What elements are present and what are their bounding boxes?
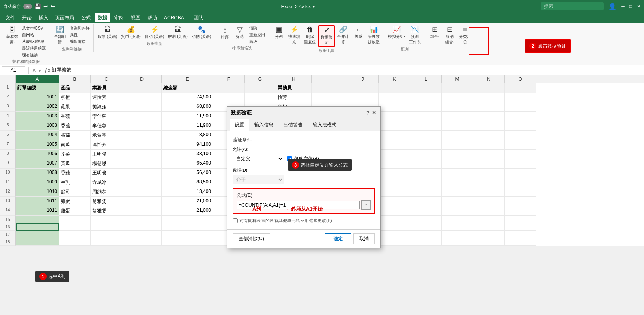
cell-e16[interactable] bbox=[162, 223, 213, 231]
cell-c18[interactable] bbox=[91, 238, 122, 246]
dialog-data-select[interactable]: 介于 bbox=[233, 175, 284, 184]
col-header-a[interactable]: A bbox=[16, 75, 59, 83]
cell-d5[interactable] bbox=[122, 121, 162, 131]
cell-d7[interactable] bbox=[122, 140, 162, 150]
cell-m17[interactable] bbox=[442, 231, 473, 238]
cell-l8[interactable] bbox=[410, 150, 442, 159]
ribbon-btn-edit-links[interactable]: 编辑链接 bbox=[68, 39, 91, 45]
cell-o7[interactable] bbox=[505, 140, 536, 150]
dialog-help-icon[interactable]: ? bbox=[366, 110, 370, 116]
cell-k9[interactable] bbox=[379, 159, 410, 169]
cell-l11[interactable] bbox=[410, 178, 442, 187]
col-header-o[interactable]: O bbox=[505, 75, 536, 83]
cell-o14[interactable] bbox=[505, 206, 536, 216]
cell-m1[interactable] bbox=[442, 83, 473, 93]
cell-l18[interactable] bbox=[410, 238, 442, 246]
cell-n11[interactable] bbox=[473, 178, 505, 187]
cell-f1[interactable] bbox=[213, 83, 245, 93]
cell-a9[interactable]: 1007 bbox=[16, 159, 59, 169]
ribbon-btn-currency[interactable]: 💰货币 (英语) bbox=[119, 25, 142, 40]
cell-e10[interactable]: 56,400 bbox=[162, 169, 213, 178]
cell-c17[interactable] bbox=[91, 231, 122, 238]
cell-b4[interactable]: 香蕉 bbox=[59, 112, 91, 121]
formula-input[interactable] bbox=[52, 67, 642, 73]
cell-n12[interactable] bbox=[473, 187, 505, 197]
close-icon[interactable]: ✕ bbox=[637, 4, 641, 9]
ribbon-btn-data-validation[interactable]: ✔数据验证 bbox=[318, 25, 335, 47]
dialog-tab-ime-mode[interactable]: 输入法模式 bbox=[308, 119, 342, 131]
dialog-ignore-blank-checkbox[interactable] bbox=[287, 156, 292, 161]
cell-c12[interactable]: 周韵恭 bbox=[91, 187, 122, 197]
cell-k3[interactable] bbox=[379, 102, 410, 112]
menu-file[interactable]: 文件 bbox=[2, 13, 18, 22]
cell-k10[interactable] bbox=[379, 169, 410, 178]
menu-formula[interactable]: 公式 bbox=[78, 13, 94, 22]
col-header-i[interactable]: I bbox=[312, 75, 347, 83]
cell-l2[interactable] bbox=[410, 93, 442, 102]
dialog-formula-collapse-btn[interactable]: ↑ bbox=[361, 200, 371, 210]
cell-o15[interactable] bbox=[505, 216, 536, 223]
cell-b12[interactable]: 起司 bbox=[59, 187, 91, 197]
ribbon-btn-group[interactable]: ⊞组合· bbox=[427, 25, 442, 40]
col-header-c[interactable]: C bbox=[91, 75, 122, 83]
cell-c8[interactable]: 王明俊 bbox=[91, 150, 122, 159]
cell-a5[interactable]: 1003 bbox=[16, 121, 59, 131]
cell-e15[interactable] bbox=[162, 216, 213, 223]
cell-o10[interactable] bbox=[505, 169, 536, 178]
ribbon-btn-stocks[interactable]: 🏛股票 (英语) bbox=[96, 25, 119, 40]
cell-d2[interactable] bbox=[122, 93, 162, 102]
cell-d15[interactable] bbox=[122, 216, 162, 223]
cell-c5[interactable]: 李佳蓉 bbox=[91, 121, 122, 131]
menu-insert[interactable]: 插入 bbox=[35, 13, 51, 22]
ribbon-btn-ungroup[interactable]: ⊟取消组合· bbox=[442, 25, 457, 46]
cell-b16[interactable] bbox=[59, 223, 91, 231]
cell-m13[interactable] bbox=[442, 197, 473, 206]
cell-m18[interactable] bbox=[442, 238, 473, 246]
cell-o6[interactable] bbox=[505, 131, 536, 140]
cell-k17[interactable] bbox=[379, 231, 410, 238]
col-header-d[interactable]: D bbox=[122, 75, 162, 83]
cell-b13[interactable]: 雞蛋 bbox=[59, 197, 91, 206]
cell-k13[interactable] bbox=[379, 197, 410, 206]
cell-m16[interactable] bbox=[442, 223, 473, 231]
ribbon-btn-sort[interactable]: ↕排序 bbox=[218, 25, 232, 41]
formula-fx-icon[interactable]: ƒx bbox=[45, 67, 50, 73]
cell-m14[interactable] bbox=[442, 206, 473, 216]
cell-n1[interactable] bbox=[473, 83, 505, 93]
cell-k8[interactable] bbox=[379, 150, 410, 159]
cell-b2[interactable]: 柳橙 bbox=[59, 93, 91, 102]
cell-c4[interactable]: 李佳蓉 bbox=[91, 112, 122, 121]
cell-l15[interactable] bbox=[410, 216, 442, 223]
ribbon-btn-manage-model[interactable]: 📊管理数据模型 bbox=[366, 25, 381, 46]
cell-h1[interactable]: 業務員 bbox=[276, 83, 312, 93]
cell-k18[interactable] bbox=[379, 238, 410, 246]
cell-e3[interactable]: 68,800 bbox=[162, 102, 213, 112]
cell-e17[interactable] bbox=[162, 231, 213, 238]
dialog-tab-settings[interactable]: 设置 bbox=[230, 119, 249, 131]
maximize-icon[interactable]: □ bbox=[629, 4, 632, 9]
cell-k11[interactable] bbox=[379, 178, 410, 187]
cell-m2[interactable] bbox=[442, 93, 473, 102]
cell-n8[interactable] bbox=[473, 150, 505, 159]
cell-e4[interactable]: 11,900 bbox=[162, 112, 213, 121]
cell-reference-box[interactable] bbox=[2, 66, 25, 74]
ribbon-btn-from-text[interactable]: 从文本/CSV bbox=[21, 25, 47, 32]
ribbon-btn-animals[interactable]: 🐾动物 (英语) bbox=[190, 25, 213, 40]
col-header-m[interactable]: M bbox=[442, 75, 473, 83]
menu-acrobat[interactable]: ACROBAT bbox=[161, 14, 190, 22]
cell-m9[interactable] bbox=[442, 159, 473, 169]
cell-n10[interactable] bbox=[473, 169, 505, 178]
ribbon-btn-flash-fill[interactable]: ⚡快速填充 bbox=[287, 25, 302, 46]
undo-icon[interactable]: ↩ bbox=[43, 3, 48, 9]
cell-d10[interactable] bbox=[122, 169, 162, 178]
cell-l14[interactable] bbox=[410, 206, 442, 216]
cell-i2[interactable] bbox=[312, 93, 347, 102]
cell-m4[interactable] bbox=[442, 112, 473, 121]
cell-a15[interactable] bbox=[16, 216, 59, 223]
cell-c6[interactable]: 米萱寧 bbox=[91, 131, 122, 140]
ribbon-btn-query-connections[interactable]: 查询和连接 bbox=[68, 25, 91, 32]
cell-o9[interactable] bbox=[505, 159, 536, 169]
cell-m11[interactable] bbox=[442, 178, 473, 187]
cell-d13[interactable] bbox=[122, 197, 162, 206]
cell-e11[interactable]: 88,500 bbox=[162, 178, 213, 187]
